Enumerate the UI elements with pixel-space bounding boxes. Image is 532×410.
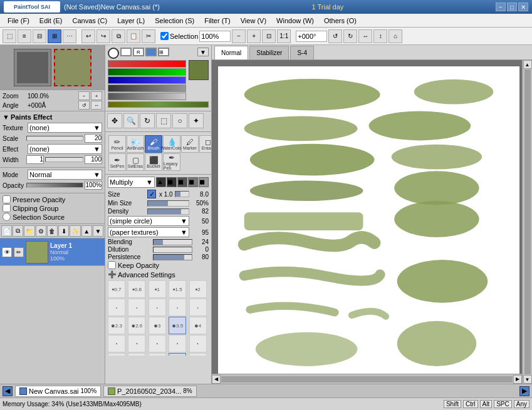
maximize-button[interactable]: □ [507,3,517,11]
blending-slider[interactable] [153,239,192,245]
color-collapse-btn[interactable]: ▼ [197,48,209,56]
mode-dropdown[interactable]: Normal ▼ [28,170,102,180]
dot-dot1[interactable]: · [108,299,125,316]
color-hsl-btn[interactable] [120,48,132,56]
width-slider[interactable] [45,157,83,162]
layer-lock[interactable]: ✏ [14,247,24,257]
menu-file[interactable]: File (F) [3,16,34,26]
dot-3[interactable]: ●3 [149,317,166,334]
menu-others[interactable]: Others (O) [319,16,362,26]
menu-filter[interactable]: Filter (T) [199,16,236,26]
dot-dot6[interactable]: · [108,335,125,352]
opacity-slider[interactable] [26,183,83,188]
dot-5[interactable]: ⬤5 [108,353,125,356]
settings-layer-btn[interactable]: ⚙ [36,225,46,237]
angle-input[interactable] [296,31,327,42]
color-circle-btn[interactable] [108,48,119,59]
size-checkbox[interactable]: ✓ [147,190,156,198]
color-history-btn[interactable]: ⊞ [158,48,169,56]
menu-selection[interactable]: Selection (S) [150,16,199,26]
color-b-bar[interactable] [108,76,186,84]
color-swatch-btn[interactable] [145,48,157,56]
dot-2[interactable]: •2 [189,280,207,298]
min-size-slider[interactable] [147,200,189,207]
dot-dot2[interactable]: · [128,299,145,316]
taskbar-layer-item[interactable]: P_20160502_2034... 8% [103,386,197,397]
pencil-tool[interactable]: ✏ Pencil [108,135,126,153]
dot-07[interactable]: •0.7 [108,280,125,298]
color-s-bar[interactable] [108,93,186,100]
color-h-bar[interactable] [108,85,186,92]
scroll-up-arrow[interactable]: ▲ [523,60,532,69]
minimize-button[interactable]: − [496,3,506,11]
dot-23[interactable]: ●2.3 [108,317,125,334]
effect-dropdown[interactable]: (none) ▼ [28,144,102,154]
dot-15[interactable]: •1.5 [169,280,186,298]
scroll-thumb-h[interactable] [221,376,513,382]
menu-view[interactable]: View (V) [236,16,271,26]
taskbar-canvas-item[interactable]: New Canvas.sai 100% [15,386,101,397]
delete-layer-btn[interactable]: 🗑 [47,225,58,237]
selpen-tool[interactable]: ✒ SelPen [108,153,126,171]
dot-dot8[interactable]: · [149,335,166,352]
dot-7[interactable]: ⬤7 [149,353,166,356]
advanced-settings-toggle[interactable]: ➕ Advanced Settings [108,270,209,279]
zoom-plus-btn[interactable]: + [91,91,102,100]
new-layer-btn[interactable]: 📄 [1,225,12,237]
merge-layer-btn[interactable]: ⬇ [58,225,69,237]
taskbar-nav-left[interactable]: ◀ [3,386,13,396]
tab-s4[interactable]: S-4 [290,46,314,59]
brush-tool[interactable]: 🖌 Brush [145,135,162,153]
layer-visibility[interactable]: 👁 [2,247,12,257]
current-color-swatch[interactable] [189,60,209,80]
dot-dot9[interactable]: · [169,335,186,352]
menu-window[interactable]: Window (W) [271,16,319,26]
select-tool[interactable]: ⬚ [156,113,171,128]
blend-icon-2[interactable]: ◼ [167,177,177,187]
flip-h[interactable]: ↔ [358,29,372,43]
paints-effect-toggle[interactable]: ▼ [3,113,9,121]
dot-dot3[interactable]: · [149,299,166,316]
blend-mode-dropdown[interactable]: Multiply ▼ [108,177,155,188]
zoom-input[interactable] [199,31,231,42]
dot-dot10[interactable]: · [189,335,207,352]
bucket-tool[interactable]: ⬛ Bucket [145,153,162,171]
color-r-bar[interactable] [108,60,186,68]
dot-08[interactable]: •0.8 [128,280,145,298]
magic-wand-tool[interactable]: ✦ [189,113,204,128]
dot-35[interactable]: ●3.5 [169,317,186,334]
dot-1[interactable]: •1 [149,280,166,298]
persistence-slider[interactable] [153,254,192,260]
zoom-in[interactable]: + [247,29,261,43]
selection-checkbox[interactable] [160,32,169,40]
clipping-group-checkbox[interactable] [3,204,11,212]
blend-icon-1[interactable]: ▲ [156,177,166,187]
tab-normal[interactable]: Normal [214,46,248,59]
folder-layer-btn[interactable]: 📁 [24,225,34,237]
angle-ccw[interactable]: ↺ [328,29,342,43]
dot-dot5[interactable]: · [189,299,207,316]
zoom-100[interactable]: 1:1 [277,29,291,43]
circle-dropdown[interactable]: (simple circle) ▼ [108,216,189,226]
keep-opacity-checkbox[interactable] [108,261,116,269]
zoom-minus-btn[interactable]: − [78,91,90,100]
move-tool[interactable]: ✥ [107,113,122,128]
zoom-tool[interactable]: 🔍 [123,113,138,128]
layer-item[interactable]: 👁 ✏ Layer 1 Normal 100% [0,238,105,266]
color-g-bar[interactable] [108,68,186,76]
dot-8[interactable]: ⬤8 [169,353,186,356]
toolbar-redo[interactable]: ↪ [96,29,110,43]
toolbar-btn-5[interactable]: ⋯ [63,29,76,43]
toolbar-paste[interactable]: 📋 [127,29,140,43]
taskbar-nav-right[interactable]: ▶ [519,386,529,396]
move-down-btn[interactable]: ▼ [93,225,103,237]
horizontal-scrollbar[interactable]: ◀ ▶ [212,374,522,384]
toolbar-btn-3[interactable]: ⊟ [33,29,46,43]
zoom-fit[interactable]: ⊡ [262,29,276,43]
dot-dot4[interactable]: · [169,299,186,316]
dot-6[interactable]: ⬤6 [128,353,145,356]
density-slider[interactable] [147,208,189,215]
toolbar-copy[interactable]: ⧉ [112,29,125,43]
dot-dot7[interactable]: · [128,335,145,352]
color-gradient-bar[interactable] [108,101,209,108]
